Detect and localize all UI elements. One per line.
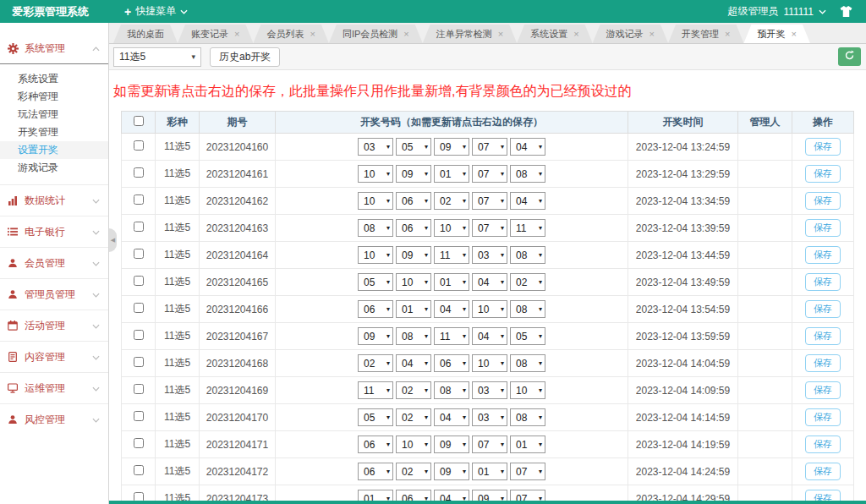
number-select[interactable]: 02▾ bbox=[358, 354, 393, 372]
number-select[interactable]: 08▾ bbox=[434, 381, 469, 399]
sidebar-item-设置开奖[interactable]: 设置开奖 bbox=[0, 141, 108, 159]
number-select[interactable]: 02▾ bbox=[434, 192, 469, 210]
number-select[interactable]: 06▾ bbox=[396, 192, 431, 210]
number-select[interactable]: 11▾ bbox=[434, 246, 469, 264]
history-draw-button[interactable]: 历史ab开奖 bbox=[210, 47, 280, 67]
tab-close-icon[interactable]: × bbox=[498, 29, 503, 39]
number-select[interactable]: 08▾ bbox=[510, 300, 545, 318]
user-menu[interactable]: 超级管理员 111111 bbox=[727, 4, 826, 19]
sidebar-group-系统管理[interactable]: 系统管理 bbox=[0, 33, 108, 64]
number-select[interactable]: 08▾ bbox=[396, 327, 431, 345]
number-select[interactable]: 07▾ bbox=[472, 192, 507, 210]
number-select[interactable]: 05▾ bbox=[358, 273, 393, 291]
number-select[interactable]: 11▾ bbox=[510, 219, 545, 237]
quick-menu-button[interactable]: + 快捷菜单 bbox=[124, 4, 188, 19]
number-select[interactable]: 09▾ bbox=[396, 246, 431, 264]
select-all-checkbox[interactable] bbox=[134, 116, 144, 126]
number-select[interactable]: 07▾ bbox=[472, 138, 507, 156]
save-button[interactable]: 保存 bbox=[805, 219, 841, 237]
number-select[interactable]: 10▾ bbox=[358, 165, 393, 183]
lottery-type-select[interactable]: 11选5 ▾ bbox=[113, 47, 201, 67]
number-select[interactable]: 10▾ bbox=[472, 354, 507, 372]
save-button[interactable]: 保存 bbox=[805, 246, 841, 264]
tab-close-icon[interactable]: × bbox=[650, 29, 655, 39]
row-checkbox[interactable] bbox=[134, 384, 144, 394]
number-select[interactable]: 06▾ bbox=[358, 300, 393, 318]
tab-我的桌面[interactable]: 我的桌面 bbox=[113, 25, 178, 43]
tab-游戏记录[interactable]: 游戏记录× bbox=[593, 25, 668, 43]
save-button[interactable]: 保存 bbox=[805, 300, 841, 318]
sidebar-item-玩法管理[interactable]: 玩法管理 bbox=[0, 106, 108, 123]
number-select[interactable]: 10▾ bbox=[472, 300, 507, 318]
number-select[interactable]: 09▾ bbox=[358, 327, 393, 345]
tab-close-icon[interactable]: × bbox=[573, 29, 578, 39]
number-select[interactable]: 04▾ bbox=[510, 192, 545, 210]
tab-close-icon[interactable]: × bbox=[725, 29, 730, 39]
number-select[interactable]: 07▾ bbox=[472, 165, 507, 183]
row-checkbox[interactable] bbox=[134, 249, 144, 259]
sidebar-group-电子银行[interactable]: 电子银行 bbox=[0, 216, 108, 247]
theme-shirt-icon[interactable] bbox=[840, 6, 852, 17]
sidebar-group-活动管理[interactable]: 活动管理 bbox=[0, 310, 108, 341]
number-select[interactable]: 04▾ bbox=[472, 327, 507, 345]
number-select[interactable]: 03▾ bbox=[472, 381, 507, 399]
sidebar-item-游戏记录[interactable]: 游戏记录 bbox=[0, 159, 108, 177]
row-checkbox[interactable] bbox=[134, 438, 144, 448]
sidebar-group-数据统计[interactable]: 数据统计 bbox=[0, 184, 108, 216]
number-select[interactable]: 03▾ bbox=[358, 138, 393, 156]
number-select[interactable]: 09▾ bbox=[434, 436, 469, 453]
save-button[interactable]: 保存 bbox=[805, 273, 841, 291]
number-select[interactable]: 10▾ bbox=[510, 381, 545, 399]
tab-预开奖[interactable]: 预开奖× bbox=[743, 25, 809, 43]
number-select[interactable]: 04▾ bbox=[434, 408, 469, 426]
number-select[interactable]: 04▾ bbox=[472, 273, 507, 291]
save-button[interactable]: 保存 bbox=[805, 463, 841, 480]
sidebar-group-风控管理[interactable]: 风控管理 bbox=[0, 403, 108, 435]
number-select[interactable]: 05▾ bbox=[358, 408, 393, 426]
number-select[interactable]: 08▾ bbox=[510, 165, 545, 183]
save-button[interactable]: 保存 bbox=[805, 436, 841, 453]
save-button[interactable]: 保存 bbox=[805, 381, 841, 399]
row-checkbox[interactable] bbox=[134, 222, 144, 232]
tab-close-icon[interactable]: × bbox=[310, 29, 315, 39]
number-select[interactable]: 10▾ bbox=[434, 219, 469, 237]
number-select[interactable]: 07▾ bbox=[472, 219, 507, 237]
number-select[interactable]: 07▾ bbox=[472, 436, 507, 453]
save-button[interactable]: 保存 bbox=[805, 192, 841, 210]
tab-close-icon[interactable]: × bbox=[234, 29, 239, 39]
row-checkbox[interactable] bbox=[134, 276, 144, 286]
tab-同IP会员检测[interactable]: 同IP会员检测× bbox=[329, 25, 423, 43]
number-select[interactable]: 01▾ bbox=[396, 300, 431, 318]
number-select[interactable]: 06▾ bbox=[396, 219, 431, 237]
number-select[interactable]: 02▾ bbox=[396, 381, 431, 399]
number-select[interactable]: 10▾ bbox=[396, 436, 431, 453]
row-checkbox[interactable] bbox=[134, 194, 144, 205]
row-checkbox[interactable] bbox=[134, 140, 144, 151]
sidebar-group-管理员管理[interactable]: 管理员管理 bbox=[0, 278, 108, 310]
save-button[interactable]: 保存 bbox=[805, 327, 841, 345]
row-checkbox[interactable] bbox=[134, 357, 144, 367]
number-select[interactable]: 09▾ bbox=[434, 463, 469, 480]
sidebar-item-系统设置[interactable]: 系统设置 bbox=[0, 70, 108, 88]
number-select[interactable]: 06▾ bbox=[358, 436, 393, 453]
row-checkbox[interactable] bbox=[134, 465, 144, 475]
tab-账变记录[interactable]: 账变记录× bbox=[178, 25, 253, 43]
row-checkbox[interactable] bbox=[134, 303, 144, 313]
number-select[interactable]: 01▾ bbox=[434, 165, 469, 183]
number-select[interactable]: 01▾ bbox=[472, 463, 507, 480]
refresh-button[interactable] bbox=[838, 47, 861, 66]
save-button[interactable]: 保存 bbox=[805, 408, 841, 426]
number-select[interactable]: 11▾ bbox=[434, 327, 469, 345]
number-select[interactable]: 04▾ bbox=[510, 138, 545, 156]
number-select[interactable]: 04▾ bbox=[396, 354, 431, 372]
tab-close-icon[interactable]: × bbox=[403, 29, 408, 39]
number-select[interactable]: 01▾ bbox=[434, 273, 469, 291]
tab-开奖管理[interactable]: 开奖管理× bbox=[668, 25, 743, 43]
number-select[interactable]: 08▾ bbox=[510, 408, 545, 426]
number-select[interactable]: 10▾ bbox=[396, 273, 431, 291]
number-select[interactable]: 11▾ bbox=[358, 381, 393, 399]
number-select[interactable]: 09▾ bbox=[434, 138, 469, 156]
save-button[interactable]: 保存 bbox=[805, 138, 841, 156]
row-checkbox[interactable] bbox=[134, 330, 144, 340]
save-button[interactable]: 保存 bbox=[805, 354, 841, 372]
